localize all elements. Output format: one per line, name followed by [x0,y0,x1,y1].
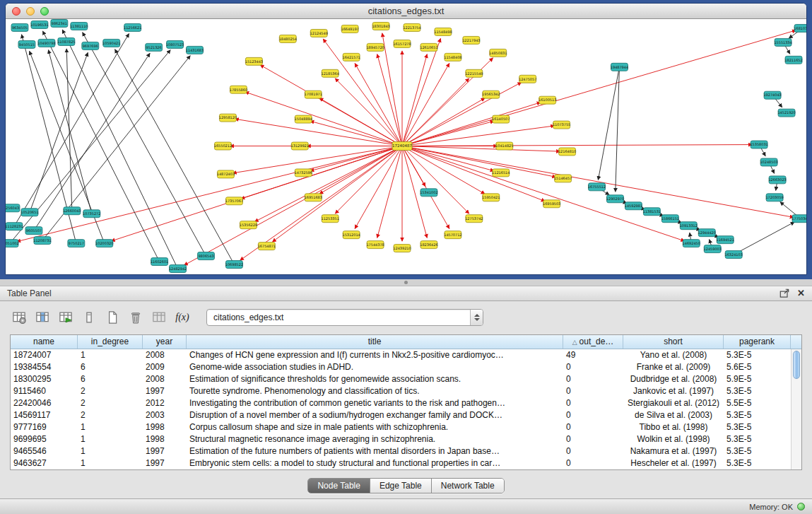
panel-splitter[interactable] [0,279,812,286]
tab-network-table[interactable]: Network Table [431,479,504,493]
network-node[interactable]: 14570712 [444,231,461,239]
column-header-out-de-[interactable]: △out_de… [563,335,623,349]
table-row[interactable]: 2242004622012Investigating the contribut… [11,397,801,409]
network-node[interactable]: 10414825 [495,142,513,150]
create-column-icon[interactable] [80,309,98,326]
table-row[interactable]: 1872400712008Changes of HCN gene express… [11,349,801,361]
network-node[interactable]: 15950421 [482,194,500,201]
network-node[interactable]: 10490798 [37,39,55,47]
column-header-pagerank[interactable]: pagerank [724,335,791,349]
network-node[interactable]: 17203059 [765,194,783,201]
network-node[interactable]: 18301843 [372,22,389,30]
column-header-name[interactable]: name [11,335,78,349]
network-node[interactable]: 17240487 [392,142,412,151]
minimize-window-button[interactable] [26,7,35,16]
network-node[interactable]: 11548498 [434,28,452,35]
network-node[interactable]: 10590421 [102,39,120,47]
network-node[interactable]: 17081971 [305,90,322,98]
network-node[interactable]: 19274043 [763,91,781,99]
network-node[interactable]: 11381531 [643,208,661,216]
network-node[interactable]: 14850831 [489,49,507,57]
network-node[interactable]: 16421571 [342,53,360,61]
column-header-in-degree[interactable]: in_degree [78,335,143,349]
network-node[interactable]: 10735272 [83,210,100,218]
network-node[interactable]: 17544378 [366,241,384,249]
network-node[interactable]: 16157278 [393,40,411,47]
function-builder-icon[interactable]: f(x) [173,309,192,326]
table-scrollbar[interactable] [791,349,801,469]
close-window-button[interactable] [12,7,20,16]
network-graph[interactable]: 1724048716157278126106511154840812215549… [6,19,806,274]
network-node[interactable]: 9697696 [82,42,99,49]
table-row[interactable]: 969969511998Structural magnetic resonanc… [11,433,801,445]
network-node[interactable]: 11431683 [186,46,204,54]
network-node[interactable]: 10807523 [166,40,184,48]
network-node[interactable]: 9862341 [51,19,68,27]
network-node[interactable]: 15312014 [342,231,360,239]
network-node[interactable]: 11208731 [33,237,51,245]
network-node[interactable]: 17750348 [792,215,806,223]
network-node[interactable]: 12482942 [169,265,187,273]
network-node[interactable]: 15146457 [554,175,572,182]
network-node[interactable]: 16810325 [794,24,806,32]
table-row[interactable]: 946554611997Estimation of the future num… [11,445,801,457]
network-node[interactable]: 11381110 [70,22,88,30]
column-header-year[interactable]: year [143,335,187,349]
column-header-title[interactable]: title [187,335,563,349]
network-node[interactable]: 18211652 [784,56,802,64]
network-node[interactable]: 9605507 [25,227,42,235]
network-node[interactable]: 15866151 [661,215,679,223]
show-columns-icon[interactable] [33,309,52,326]
network-node[interactable]: 12944420 [698,229,716,237]
network-node[interactable]: 16959503 [543,200,560,208]
network-node[interactable]: 11602601 [151,258,168,266]
network-node[interactable]: 9256043 [6,204,20,212]
network-node[interactable]: 18480254 [279,35,297,42]
scrollbar-thumb[interactable] [793,351,800,379]
table-selector[interactable]: citations_edges.txt [206,309,483,326]
network-node[interactable]: 12660043 [63,207,81,215]
network-node[interactable]: 19565342 [482,90,500,98]
network-node[interactable]: 12124549 [310,29,328,37]
float-panel-icon[interactable] [779,288,790,299]
network-node[interactable]: 14521920 [777,109,795,117]
network-node[interactable]: 10913312 [680,222,698,230]
network-node[interactable]: 11548408 [444,53,461,61]
network-node[interactable]: 11128231 [6,223,23,230]
network-node[interactable]: 14732596 [295,169,312,177]
network-node[interactable]: 10520651 [20,209,38,216]
network-window-titlebar[interactable]: citations_edges.txt [6,4,806,19]
network-node[interactable]: 13129921 [291,142,309,150]
network-node[interactable]: 11694521 [717,236,734,244]
import-table-icon[interactable] [150,309,168,326]
zoom-window-button[interactable] [40,7,49,16]
network-node[interactable]: 17855860 [230,86,247,93]
network-node[interactable]: 12185364 [322,69,339,77]
tab-node-table[interactable]: Node Table [308,479,370,493]
network-node[interactable]: 12439210 [393,245,411,252]
network-node[interactable]: 18945720 [366,43,384,51]
network-node[interactable]: 16951683 [305,194,322,201]
network-node[interactable]: 19487944 [611,63,628,71]
network-node[interactable]: 15123443 [245,57,263,65]
network-node[interactable]: 17357067 [225,197,243,205]
network-node[interactable]: 16550212 [214,142,232,150]
network-node[interactable]: 11253351 [322,215,339,223]
column-header-short[interactable]: short [623,335,724,349]
network-node[interactable]: 15551334 [774,38,792,46]
network-node[interactable]: 11087825 [57,37,75,45]
network-node[interactable]: 14872403 [217,170,235,178]
network-node[interactable]: 14592981 [625,202,642,210]
network-node[interactable]: 12164810 [558,148,576,156]
network-node[interactable]: 11073755 [553,121,570,129]
network-node[interactable]: 9634505 [11,23,28,31]
network-node[interactable]: 9750217 [68,240,85,247]
delete-column-icon[interactable] [126,309,145,326]
network-node[interactable]: 12958120 [219,114,237,122]
network-node[interactable]: 16649197 [341,25,358,33]
network-node[interactable]: 16324103 [725,251,743,259]
network-node[interactable]: 16140507 [492,115,510,123]
network-node[interactable]: 16100513 [539,96,556,104]
network-node[interactable]: 12459003 [704,245,722,253]
network-node[interactable]: 15358031 [750,141,767,148]
